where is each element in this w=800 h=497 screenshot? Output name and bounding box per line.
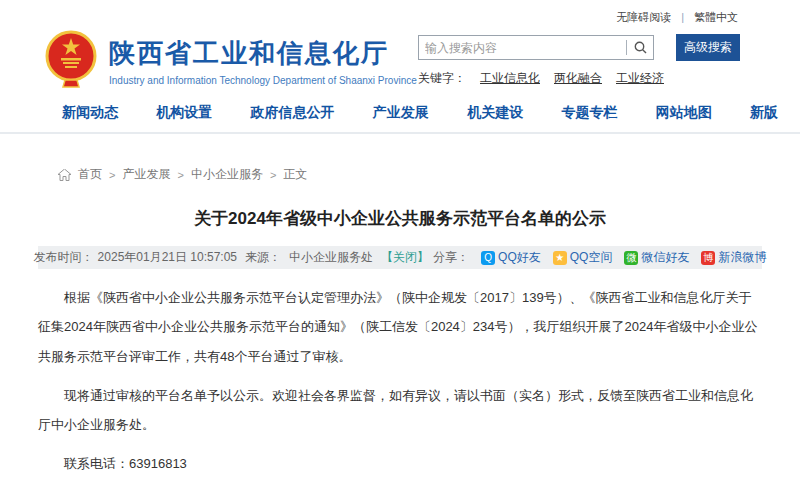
- article-body: 根据《陕西省中小企业公共服务示范平台认定管理办法》（陕中企规发〔2017〕139…: [38, 283, 762, 497]
- breadcrumb-industry[interactable]: 产业发展: [122, 166, 170, 183]
- keyword-link[interactable]: 工业信息化: [480, 70, 540, 87]
- source-label: 来源：: [245, 249, 281, 266]
- keyword-link[interactable]: 两化融合: [554, 70, 602, 87]
- breadcrumb-separator: >: [270, 169, 276, 181]
- accessibility-link[interactable]: 无障碍阅读: [616, 10, 671, 25]
- qzone-star-icon: ★: [553, 251, 567, 265]
- nav-item-agency[interactable]: 机关建设: [467, 104, 523, 122]
- topbar-divider: |: [681, 11, 684, 23]
- national-emblem-icon: [45, 30, 97, 92]
- share-weibo[interactable]: 博 新浪微博: [701, 249, 766, 266]
- site-title: 陕西省工业和信息化厅: [109, 36, 417, 71]
- article-title: 关于2024年省级中小企业公共服务示范平台名单的公示: [38, 207, 762, 230]
- nav-item-new-version[interactable]: 新版: [750, 104, 778, 122]
- share-qq-friend[interactable]: Q QQ好友: [481, 249, 541, 266]
- home-icon: [58, 169, 71, 181]
- share-label: 分享：: [433, 249, 469, 266]
- paragraph: 根据《陕西省中小企业公共服务示范平台认定管理办法》（陕中企规发〔2017〕139…: [38, 283, 762, 371]
- nav-item-sitemap[interactable]: 网站地图: [656, 104, 712, 122]
- share-qzone-label: QQ空间: [570, 249, 613, 266]
- publish-time-value: 2025年01月21日 10:57:05: [98, 249, 237, 266]
- site-subtitle: Industry and Information Technology Depa…: [109, 75, 417, 86]
- close-button[interactable]: 【关闭】: [381, 249, 429, 266]
- advanced-search-button[interactable]: 高级搜索: [676, 34, 740, 61]
- share-qzone[interactable]: ★ QQ空间: [553, 249, 613, 266]
- brand-block: 陕西省工业和信息化厅 Industry and Information Tech…: [45, 30, 417, 92]
- nav-item-org[interactable]: 机构设置: [156, 104, 212, 122]
- source-value: 中小企业服务处: [289, 249, 373, 266]
- traditional-chinese-link[interactable]: 繁體中文: [694, 10, 738, 25]
- wechat-icon: 微: [624, 251, 638, 265]
- qq-icon: Q: [481, 251, 495, 265]
- keywords-label: 关键字：: [418, 70, 466, 87]
- share-wechat[interactable]: 微 微信好友: [624, 249, 689, 266]
- article-container: 首页 > 产业发展 > 中小企业服务 > 正文 关于2024年省级中小企业公共服…: [0, 166, 800, 497]
- utility-bar: 无障碍阅读 | 繁體中文: [0, 0, 800, 24]
- breadcrumb-sme-service[interactable]: 中小企业服务: [191, 166, 263, 183]
- share-qq-friend-label: QQ好友: [498, 249, 541, 266]
- breadcrumb-home[interactable]: 首页: [78, 166, 102, 183]
- breadcrumb: 首页 > 产业发展 > 中小企业服务 > 正文: [38, 166, 762, 183]
- weibo-icon: 博: [701, 251, 715, 265]
- search-icon[interactable]: [627, 41, 653, 54]
- site-header: 陕西省工业和信息化厅 Industry and Information Tech…: [0, 24, 800, 92]
- keyword-link[interactable]: 工业经济: [616, 70, 664, 87]
- publish-time-label: 发布时间：: [34, 249, 94, 266]
- search-box: [418, 35, 654, 60]
- breadcrumb-separator: >: [177, 169, 183, 181]
- nav-item-industry[interactable]: 产业发展: [373, 104, 429, 122]
- nav-item-news[interactable]: 新闻动态: [62, 104, 118, 122]
- publicity-period: 公示时间：2025年1月21日至1月27日。: [38, 489, 762, 497]
- main-nav: 新闻动态 机构设置 政府信息公开 产业发展 机关建设 专题专栏 网站地图 新版: [0, 92, 800, 134]
- nav-item-topics[interactable]: 专题专栏: [561, 104, 617, 122]
- share-weibo-label: 新浪微博: [718, 249, 766, 266]
- search-input[interactable]: [419, 36, 626, 59]
- breadcrumb-separator: >: [109, 169, 115, 181]
- share-wechat-label: 微信好友: [641, 249, 689, 266]
- search-block: 高级搜索 关键字： 工业信息化 两化融合 工业经济: [418, 30, 740, 87]
- article-meta-bar: 发布时间： 2025年01月21日 10:57:05 来源： 中小企业服务处 【…: [38, 246, 762, 269]
- keywords-row: 关键字： 工业信息化 两化融合 工业经济: [418, 70, 740, 87]
- nav-item-gov-info[interactable]: 政府信息公开: [251, 104, 335, 122]
- contact-phone: 联系电话：63916813: [38, 449, 762, 478]
- breadcrumb-current: 正文: [283, 166, 307, 183]
- paragraph: 现将通过审核的平台名单予以公示。欢迎社会各界监督，如有异议，请以书面（实名）形式…: [38, 381, 762, 440]
